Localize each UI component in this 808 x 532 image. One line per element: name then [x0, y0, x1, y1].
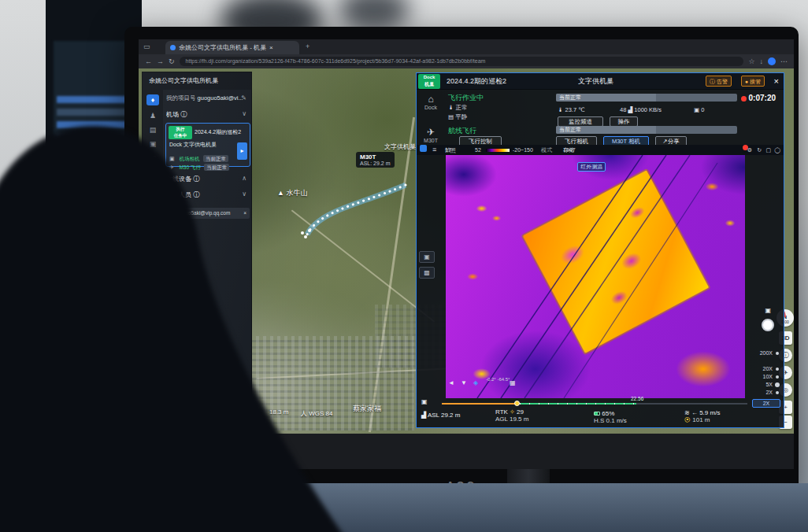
fullscreen-icon[interactable]: ▢ [765, 145, 771, 155]
queue-icon: ▣ [694, 106, 699, 113]
zoom-level-label[interactable]: 2X [765, 390, 773, 395]
foreground-person-silhouette [0, 110, 370, 532]
zoom-level-label[interactable]: 20X [763, 366, 773, 371]
dock-env-row: 🌡 正常 [448, 104, 468, 112]
thermal-palette-bar [486, 149, 510, 152]
dock-temperature: 🌡 23.7 ℃ [558, 106, 585, 113]
camera-toolbar: ≡ 拍照 17 52 -20~150 模式 存储 1947 ⚙ ↻ ▢ ◯ [417, 145, 784, 155]
dock-rail: ⌂ Dock [417, 94, 445, 110]
signal-icon: ▟ [421, 412, 426, 419]
zoom-camera-toggle[interactable]: ▩ [419, 267, 435, 279]
shutter-button[interactable] [762, 319, 774, 331]
device-control-panel: Dock机巢 2024.4.2期的巡检2 文字供机巢 ⓘ 告警 ● 接管 × [416, 72, 784, 428]
photo-scene: ▭ 余姚公司文字供电所机巢 - 机巢 × + ← → ↻ https://fh.… [0, 0, 808, 532]
more-icon[interactable]: ⋯ [780, 58, 788, 65]
browser-profile-avatar[interactable] [768, 57, 776, 65]
takeover-badge[interactable]: ● 接管 [741, 76, 765, 87]
project-account-row[interactable]: 我的项目号 guoguo5aki@vi... ✎ [166, 94, 250, 102]
person-icon: ● [745, 79, 748, 84]
dock-wind-row: ▤ 平静 [448, 113, 467, 121]
telemetry-battery: 65% H.S 0.1 m/s [594, 410, 627, 424]
alert-badge[interactable]: ⓘ 告警 [706, 76, 732, 87]
reload-icon[interactable]: ↻ [169, 58, 175, 65]
zoom-level-label[interactable]: 5X [765, 382, 773, 387]
pencil-icon[interactable]: ✎ [241, 94, 246, 102]
panel-task-title: 2024.4.2期的巡检2 [447, 73, 506, 90]
dock-network: 48 ▟ 1000 KB/s [620, 106, 662, 113]
timeline-position-dot[interactable] [514, 401, 520, 406]
timeline-done-segment [442, 403, 517, 405]
temp-icon: 🌡 [448, 104, 454, 111]
power-icon[interactable]: ◯ [774, 145, 780, 155]
timeline-remaining-segment [636, 403, 747, 405]
record-dot-icon [741, 96, 747, 102]
gimbal-angles: -0.2° -64.5° [486, 377, 510, 382]
power-lines [446, 155, 745, 398]
favicon [170, 45, 176, 50]
dock-status-text: 飞行作业中 [448, 93, 484, 103]
menu-icon[interactable]: ≡ [432, 145, 436, 155]
info-icon: ⓘ [710, 79, 715, 84]
timeline-active-segment [520, 403, 636, 405]
zoom-level-label[interactable]: 200X [760, 350, 773, 356]
camera-mode-icon[interactable] [420, 145, 427, 152]
focus-icon[interactable]: ◈ [473, 380, 478, 386]
panel-device-title: 文字供机巢 [578, 73, 613, 90]
photo-mode-icon[interactable]: ▣ [765, 308, 771, 314]
telemetry-asl: ▟ ASL 29.2 m [421, 412, 460, 419]
palette-value: 52 [475, 145, 481, 155]
browser-url-bar: ← → ↻ https://fh.dji.com/organization/53… [139, 54, 794, 68]
dock-map-label: 文字供机巢 [384, 142, 416, 151]
gear-icon[interactable]: ⚙ [747, 145, 752, 155]
url-input[interactable]: https://fh.dji.com/organization/539a2126… [180, 57, 744, 66]
refresh-icon[interactable]: ↻ [757, 145, 762, 155]
active-zoom-chip[interactable]: 2X [752, 399, 780, 408]
dock-health-bar: 当前正常 [556, 94, 737, 102]
telemetry-rtk: RTK ✧ 29 AGL 19.5 m [495, 408, 528, 423]
satellite-icon: ✧ [510, 408, 515, 416]
ir-measure-chip[interactable]: 红外测温 [577, 162, 606, 172]
new-tab-button[interactable]: + [306, 43, 309, 50]
aircraft-health-bar: 当前正常 [556, 126, 737, 134]
grid-icon[interactable]: ▦ [510, 380, 516, 386]
star-icon[interactable]: ☆ [748, 58, 754, 65]
home-distance-icon: ⦿ [684, 416, 691, 423]
telemetry-wind: ≋ ← 5.9 m/s ⦿ 101 m [684, 409, 720, 423]
tab-title: 余姚公司文字供电所机巢 - 机巢 [179, 43, 266, 52]
temp-icon: 🌡 [558, 106, 564, 113]
back-icon[interactable]: ← [145, 58, 152, 65]
org-home-icon[interactable]: ♦ [146, 94, 159, 105]
timeline-icon: ▣ [421, 399, 428, 405]
mode-label: 模式 [541, 145, 552, 155]
aircraft-status-text: 航线飞行 [448, 126, 476, 136]
aircraft-rail: ✈ M30T [417, 127, 445, 143]
panel-header: Dock机巢 2024.4.2期的巡检2 文字供机巢 ⓘ 告警 ● 接管 × [417, 73, 784, 90]
pan-left-icon[interactable]: ◄ [448, 380, 454, 386]
signal-icon: ▟ [628, 106, 632, 113]
forward-icon[interactable]: → [157, 58, 164, 65]
tab-list-icon[interactable]: ▭ [143, 43, 150, 50]
aircraft-icon: ✈ [417, 127, 445, 138]
battery-icon [594, 412, 600, 416]
dock-icon: ⌂ [417, 94, 445, 105]
browser-tab[interactable]: 余姚公司文字供电所机巢 - 机巢 × [165, 41, 299, 54]
browser-tab-bar: ▭ 余姚公司文字供电所机巢 - 机巢 × + [139, 39, 794, 54]
wide-camera-toggle[interactable]: ▣ [419, 251, 435, 263]
temp-range: -20~150 [513, 145, 533, 155]
org-title: 余姚公司文字供电所机巢 [143, 72, 251, 90]
timeline-marker-label: 22.56 [631, 396, 643, 401]
record-timer: 0:07:20 [741, 94, 776, 102]
zoom-level-label[interactable]: 10X [763, 374, 773, 379]
wind-icon: ≋ [684, 409, 690, 416]
tab-close-icon[interactable]: × [269, 44, 273, 51]
dock-status-tab: Dock机巢 [418, 74, 440, 89]
thermal-video-feed[interactable]: 红外测温 [446, 155, 745, 398]
close-panel-icon[interactable]: × [774, 76, 779, 87]
download-icon[interactable]: ↓ [760, 58, 764, 65]
wind-icon: ▤ [448, 113, 454, 120]
gimbal-down-icon[interactable]: ▼ [461, 380, 467, 386]
dock-queue: ▣ 0 [694, 106, 704, 113]
